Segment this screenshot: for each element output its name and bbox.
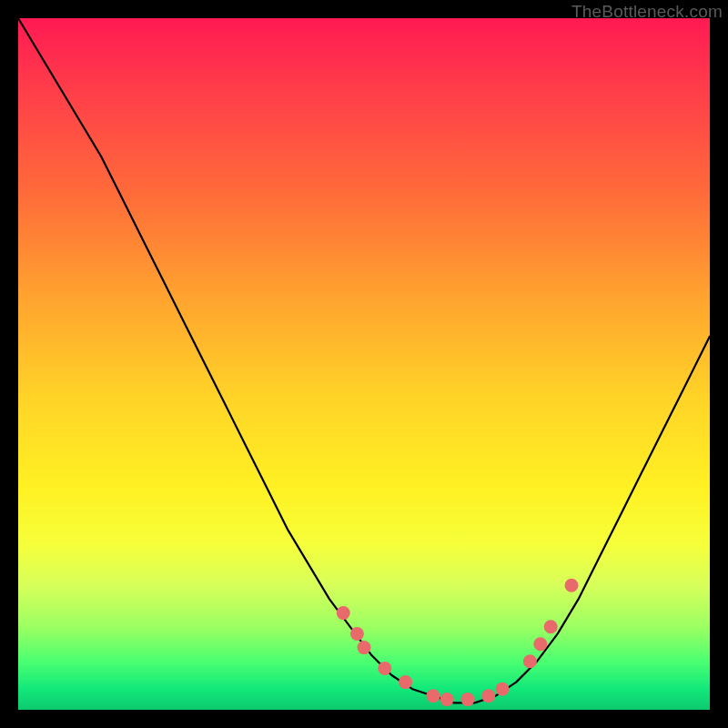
data-dot [358,641,371,654]
data-dot [378,662,391,675]
attribution-text: TheBottleneck.com [571,2,723,22]
data-dot [496,682,510,696]
chart-overlay [18,18,710,710]
data-dot [544,620,558,633]
data-dot [565,579,579,592]
data-dot [523,654,537,668]
data-dot [399,675,412,689]
chart-frame: TheBottleneck.com [0,0,728,728]
data-dot [481,689,495,703]
data-dots [337,579,579,706]
bottleneck-curve [18,18,710,703]
plot-area [18,18,710,710]
data-dot [350,627,364,641]
data-dot [337,606,350,620]
data-dot [533,637,547,651]
data-dot [440,693,454,706]
data-dot [461,693,475,706]
data-dot [427,689,440,703]
